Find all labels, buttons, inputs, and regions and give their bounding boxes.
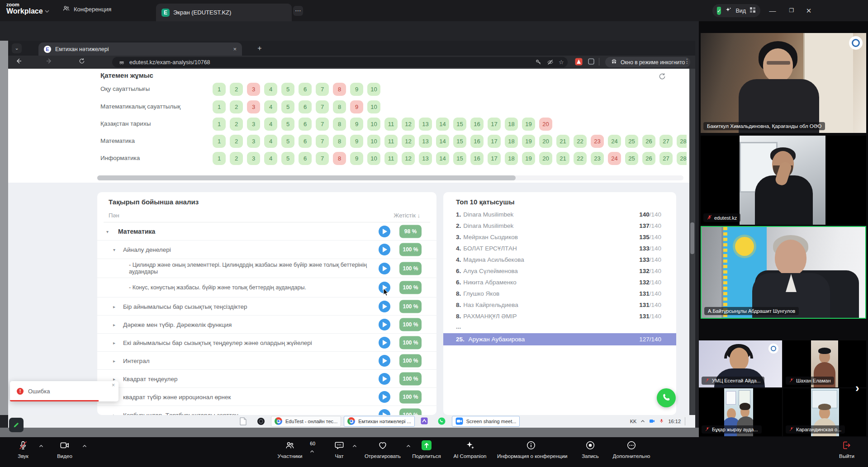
window-close-button[interactable]: ✕ bbox=[799, 0, 819, 21]
chevron-down-icon[interactable] bbox=[44, 7, 50, 15]
taskbar-item[interactable] bbox=[435, 416, 449, 427]
security-shield-icon[interactable]: ✓ bbox=[717, 7, 721, 15]
topic-row[interactable]: ▸квадрат түбір және ирроционал өрнек100 … bbox=[97, 388, 436, 406]
tab-close-icon[interactable]: × bbox=[233, 46, 237, 52]
question-chip[interactable]: 1 bbox=[213, 135, 226, 148]
extension-icon[interactable] bbox=[588, 58, 595, 65]
question-chip[interactable]: 4 bbox=[264, 118, 277, 131]
question-chip[interactable]: 17 bbox=[488, 152, 501, 165]
question-chip[interactable]: 21 bbox=[556, 135, 569, 148]
forward-icon[interactable] bbox=[44, 57, 54, 67]
question-chip[interactable]: 25 bbox=[625, 152, 638, 165]
question-chip[interactable]: 21 bbox=[556, 152, 569, 165]
question-chip[interactable]: 9 bbox=[350, 83, 363, 96]
question-chip[interactable]: 10 bbox=[367, 152, 380, 165]
tab-shared-screen[interactable]: E Экран (EDUTEST.KZ) bbox=[156, 4, 292, 21]
question-chip[interactable]: 10 bbox=[367, 100, 380, 113]
topic-row[interactable]: ▸Квадрат теңдеулер100 % bbox=[97, 370, 436, 388]
question-chip[interactable]: 9 bbox=[350, 135, 363, 148]
question-chip[interactable]: 4 bbox=[264, 152, 277, 165]
play-button[interactable] bbox=[379, 373, 390, 385]
info-button[interactable]: Информация о конференции bbox=[497, 440, 565, 459]
ai-button[interactable]: AI Companion bbox=[451, 440, 489, 459]
topic-row[interactable]: ▾Айналу денелері100 % bbox=[97, 241, 436, 259]
question-chip[interactable]: 6 bbox=[299, 83, 312, 96]
question-chip[interactable]: 1 bbox=[213, 118, 226, 131]
chevron-up-icon[interactable] bbox=[39, 442, 43, 450]
question-chip[interactable]: 26 bbox=[642, 152, 655, 165]
question-chip[interactable]: 27 bbox=[659, 152, 673, 165]
question-chip[interactable]: 19 bbox=[522, 135, 535, 148]
topic-row[interactable]: ▸Дәреже мен түбір. Дәрежелік функция100 … bbox=[97, 316, 436, 334]
column-subject[interactable]: Пән bbox=[109, 212, 119, 219]
question-chip[interactable]: 7 bbox=[316, 100, 329, 113]
question-chip[interactable]: 8 bbox=[333, 135, 346, 148]
tab-more-icon[interactable]: ⋯ bbox=[293, 6, 303, 16]
topic-row[interactable]: - Конус, конустың жазбасы. бүйір және то… bbox=[97, 278, 436, 297]
react-button[interactable]: Отреагировать bbox=[361, 440, 404, 459]
question-chip[interactable]: 13 bbox=[419, 118, 432, 131]
question-chip[interactable]: 7 bbox=[316, 83, 329, 96]
expand-caret-icon[interactable]: ▸ bbox=[113, 322, 115, 327]
topic-row[interactable]: ▸Екі айнымалысы бар сызықтық теңдеулер ж… bbox=[97, 334, 436, 352]
tray-mic-icon[interactable] bbox=[659, 418, 664, 425]
question-chip[interactable]: 4 bbox=[264, 100, 277, 113]
collapse-caret-icon[interactable]: ▾ bbox=[106, 229, 109, 234]
question-chip[interactable]: 19 bbox=[522, 118, 535, 131]
question-chip[interactable]: 7 bbox=[316, 135, 329, 148]
question-chip[interactable]: 1 bbox=[213, 152, 226, 165]
question-chip[interactable]: 1 bbox=[213, 83, 226, 96]
expand-caret-icon[interactable]: ▸ bbox=[113, 358, 115, 363]
top10-highlight-row[interactable]: 25. Аружан Аубакирова 127/140 bbox=[443, 333, 676, 345]
question-chip[interactable]: 2 bbox=[230, 135, 243, 148]
question-chip[interactable]: 13 bbox=[419, 135, 432, 148]
question-chip[interactable]: 5 bbox=[281, 83, 294, 96]
question-chip[interactable]: 8 bbox=[333, 100, 346, 113]
question-chip[interactable]: 14 bbox=[436, 135, 449, 148]
question-chip[interactable]: 20 bbox=[539, 152, 552, 165]
whatsapp-fab[interactable] bbox=[657, 388, 676, 407]
question-chip[interactable]: 5 bbox=[281, 118, 294, 131]
sparkle-ai-icon[interactable] bbox=[725, 6, 732, 15]
question-chip[interactable]: 3 bbox=[247, 135, 260, 148]
video-button[interactable]: Видео bbox=[49, 440, 81, 459]
section-refresh-icon[interactable] bbox=[658, 72, 666, 82]
play-button[interactable] bbox=[379, 301, 390, 312]
adblock-extension-icon[interactable] bbox=[575, 58, 583, 66]
active-speaker-tile[interactable]: А.Байтұрсынұлы Абдрашит Шунгулов bbox=[701, 226, 866, 319]
play-button[interactable] bbox=[379, 244, 390, 255]
question-chip[interactable]: 10 bbox=[367, 83, 380, 96]
question-chip[interactable]: 16 bbox=[470, 118, 484, 131]
question-chip[interactable]: 27 bbox=[659, 135, 673, 148]
question-chip[interactable]: 20 bbox=[539, 135, 552, 148]
annotation-pencil-icon[interactable] bbox=[9, 418, 24, 432]
topic-row[interactable]: - Цилиндр және оның элементтері. Цилиндр… bbox=[97, 259, 436, 278]
play-button[interactable] bbox=[379, 263, 390, 274]
question-chip[interactable]: 5 bbox=[281, 152, 294, 165]
question-chip[interactable]: 8 bbox=[333, 83, 346, 96]
question-chip[interactable]: 13 bbox=[419, 152, 432, 165]
question-chip[interactable]: 4 bbox=[264, 135, 277, 148]
question-chip[interactable]: 11 bbox=[384, 118, 398, 131]
question-chip[interactable]: 22 bbox=[574, 135, 587, 148]
question-chip[interactable]: 18 bbox=[505, 152, 518, 165]
question-chip[interactable]: 16 bbox=[470, 152, 484, 165]
question-chip[interactable]: 6 bbox=[299, 118, 312, 131]
topic-row[interactable]: ▸Бір айнымалысы бар сызықтық теңсіздікте… bbox=[97, 297, 436, 316]
scrollbar-thumb[interactable] bbox=[690, 222, 694, 254]
taskbar-item[interactable] bbox=[417, 416, 432, 427]
question-chip[interactable]: 9 bbox=[350, 152, 363, 165]
taskbar-item[interactable] bbox=[254, 416, 268, 427]
bookmark-star-icon[interactable]: ☆ bbox=[559, 59, 564, 66]
question-chip[interactable]: 19 bbox=[522, 152, 535, 165]
question-chip[interactable]: 16 bbox=[470, 135, 484, 148]
collapse-caret-icon[interactable]: ▾ bbox=[113, 247, 115, 252]
question-chip[interactable]: 11 bbox=[384, 135, 398, 148]
chevron-up-icon[interactable] bbox=[310, 447, 314, 455]
question-chip[interactable]: 17 bbox=[488, 118, 501, 131]
audio-button[interactable]: Звук bbox=[9, 440, 37, 459]
vertical-scrollbar[interactable] bbox=[689, 69, 695, 415]
language-indicator[interactable]: KK bbox=[630, 419, 637, 424]
question-chip[interactable]: 24 bbox=[608, 152, 621, 165]
question-chip[interactable]: 15 bbox=[453, 118, 466, 131]
